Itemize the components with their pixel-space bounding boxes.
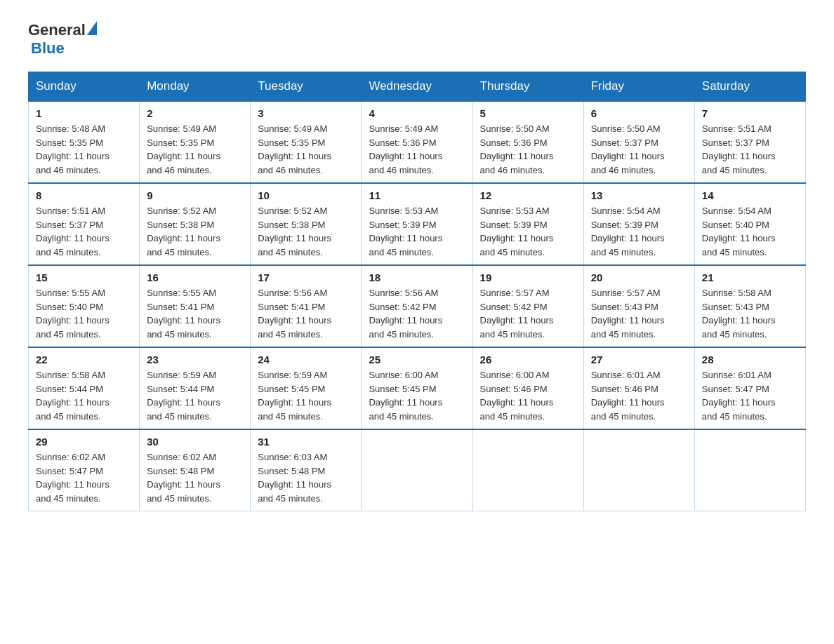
calendar-cell: [694, 429, 805, 511]
day-number: 1: [36, 107, 132, 119]
day-number: 20: [591, 271, 687, 283]
day-number: 15: [36, 271, 132, 283]
calendar-cell: 13 Sunrise: 5:54 AMSunset: 5:39 PMDaylig…: [583, 183, 694, 265]
day-number: 22: [36, 354, 132, 365]
day-info: Sunrise: 5:49 AMSunset: 5:35 PMDaylight:…: [147, 123, 220, 175]
day-info: Sunrise: 5:48 AMSunset: 5:35 PMDaylight:…: [36, 123, 110, 175]
day-info: Sunrise: 6:03 AMSunset: 5:48 PMDaylight:…: [258, 452, 331, 504]
day-info: Sunrise: 5:50 AMSunset: 5:37 PMDaylight:…: [591, 123, 665, 175]
day-number: 8: [36, 189, 132, 201]
calendar-cell: 17 Sunrise: 5:56 AMSunset: 5:41 PMDaylig…: [251, 265, 362, 347]
column-header-tuesday: Tuesday: [251, 72, 362, 102]
day-info: Sunrise: 5:56 AMSunset: 5:42 PMDaylight:…: [369, 288, 442, 340]
day-number: 10: [258, 189, 354, 201]
calendar-cell: 28 Sunrise: 6:01 AMSunset: 5:47 PMDaylig…: [694, 347, 805, 429]
calendar-week-row: 15 Sunrise: 5:55 AMSunset: 5:40 PMDaylig…: [29, 265, 806, 347]
calendar-cell: 23 Sunrise: 5:59 AMSunset: 5:44 PMDaylig…: [140, 347, 251, 429]
day-info: Sunrise: 5:54 AMSunset: 5:39 PMDaylight:…: [591, 206, 665, 257]
calendar-cell: 18 Sunrise: 5:56 AMSunset: 5:42 PMDaylig…: [362, 265, 472, 347]
calendar-cell: 5 Sunrise: 5:50 AMSunset: 5:36 PMDayligh…: [472, 101, 583, 183]
calendar-cell: 4 Sunrise: 5:49 AMSunset: 5:36 PMDayligh…: [362, 101, 472, 183]
day-number: 25: [369, 354, 465, 365]
calendar-week-row: 29 Sunrise: 6:02 AMSunset: 5:47 PMDaylig…: [29, 429, 806, 511]
calendar-cell: 24 Sunrise: 5:59 AMSunset: 5:45 PMDaylig…: [251, 347, 362, 429]
calendar-cell: 3 Sunrise: 5:49 AMSunset: 5:35 PMDayligh…: [251, 101, 362, 183]
day-number: 23: [147, 354, 243, 365]
day-info: Sunrise: 5:59 AMSunset: 5:45 PMDaylight:…: [258, 370, 331, 422]
day-number: 4: [369, 107, 465, 119]
day-info: Sunrise: 5:55 AMSunset: 5:41 PMDaylight:…: [147, 288, 220, 340]
calendar-cell: 15 Sunrise: 5:55 AMSunset: 5:40 PMDaylig…: [29, 265, 140, 347]
calendar-cell: [362, 429, 472, 511]
day-number: 28: [702, 354, 798, 365]
day-info: Sunrise: 5:51 AMSunset: 5:37 PMDaylight:…: [702, 123, 776, 175]
column-header-wednesday: Wednesday: [362, 72, 472, 102]
calendar-cell: 11 Sunrise: 5:53 AMSunset: 5:39 PMDaylig…: [362, 183, 472, 265]
day-number: 30: [147, 436, 243, 448]
day-number: 11: [369, 189, 465, 201]
day-number: 27: [591, 354, 687, 365]
day-info: Sunrise: 5:56 AMSunset: 5:41 PMDaylight:…: [258, 288, 331, 340]
day-info: Sunrise: 5:57 AMSunset: 5:43 PMDaylight:…: [591, 288, 665, 340]
calendar-cell: 2 Sunrise: 5:49 AMSunset: 5:35 PMDayligh…: [140, 101, 251, 183]
calendar-cell: 19 Sunrise: 5:57 AMSunset: 5:42 PMDaylig…: [472, 265, 583, 347]
calendar-week-row: 22 Sunrise: 5:58 AMSunset: 5:44 PMDaylig…: [29, 347, 806, 429]
day-info: Sunrise: 5:53 AMSunset: 5:39 PMDaylight:…: [480, 206, 554, 257]
calendar-table: SundayMondayTuesdayWednesdayThursdayFrid…: [28, 72, 806, 511]
calendar-cell: 30 Sunrise: 6:02 AMSunset: 5:48 PMDaylig…: [140, 429, 251, 511]
day-number: 14: [702, 189, 798, 201]
day-info: Sunrise: 6:00 AMSunset: 5:45 PMDaylight:…: [369, 370, 442, 422]
day-number: 2: [147, 107, 243, 119]
day-info: Sunrise: 5:55 AMSunset: 5:40 PMDaylight:…: [36, 288, 110, 340]
day-number: 29: [36, 436, 132, 448]
day-info: Sunrise: 5:54 AMSunset: 5:40 PMDaylight:…: [702, 206, 776, 257]
day-info: Sunrise: 5:49 AMSunset: 5:35 PMDaylight:…: [258, 123, 331, 175]
calendar-cell: 20 Sunrise: 5:57 AMSunset: 5:43 PMDaylig…: [583, 265, 694, 347]
day-number: 9: [147, 189, 243, 201]
day-info: Sunrise: 5:52 AMSunset: 5:38 PMDaylight:…: [258, 206, 331, 257]
calendar-cell: 14 Sunrise: 5:54 AMSunset: 5:40 PMDaylig…: [694, 183, 805, 265]
day-info: Sunrise: 6:01 AMSunset: 5:46 PMDaylight:…: [591, 370, 665, 422]
calendar-cell: [472, 429, 583, 511]
day-number: 13: [591, 189, 687, 201]
column-header-saturday: Saturday: [694, 72, 805, 102]
calendar-week-row: 1 Sunrise: 5:48 AMSunset: 5:35 PMDayligh…: [29, 101, 806, 183]
day-info: Sunrise: 5:53 AMSunset: 5:39 PMDaylight:…: [369, 206, 442, 257]
calendar-cell: 10 Sunrise: 5:52 AMSunset: 5:38 PMDaylig…: [251, 183, 362, 265]
calendar-cell: 21 Sunrise: 5:58 AMSunset: 5:43 PMDaylig…: [694, 265, 805, 347]
calendar-cell: 31 Sunrise: 6:03 AMSunset: 5:48 PMDaylig…: [251, 429, 362, 511]
day-number: 31: [258, 436, 354, 448]
day-number: 16: [147, 271, 243, 283]
calendar-cell: [583, 429, 694, 511]
day-info: Sunrise: 5:51 AMSunset: 5:37 PMDaylight:…: [36, 206, 110, 257]
calendar-cell: 8 Sunrise: 5:51 AMSunset: 5:37 PMDayligh…: [29, 183, 140, 265]
calendar-cell: 12 Sunrise: 5:53 AMSunset: 5:39 PMDaylig…: [472, 183, 583, 265]
day-number: 21: [702, 271, 798, 283]
column-header-thursday: Thursday: [472, 72, 583, 102]
day-number: 26: [480, 354, 576, 365]
calendar-cell: 27 Sunrise: 6:01 AMSunset: 5:46 PMDaylig…: [583, 347, 694, 429]
page-header: General Blue: [28, 21, 806, 58]
calendar-cell: 22 Sunrise: 5:58 AMSunset: 5:44 PMDaylig…: [29, 347, 140, 429]
day-number: 18: [369, 271, 465, 283]
day-info: Sunrise: 6:02 AMSunset: 5:47 PMDaylight:…: [36, 452, 110, 504]
day-number: 6: [591, 107, 687, 119]
day-number: 7: [702, 107, 798, 119]
day-number: 12: [480, 189, 576, 201]
logo-arrow-icon: [87, 21, 97, 35]
day-number: 19: [480, 271, 576, 283]
calendar-cell: 25 Sunrise: 6:00 AMSunset: 5:45 PMDaylig…: [362, 347, 472, 429]
day-info: Sunrise: 5:58 AMSunset: 5:44 PMDaylight:…: [36, 370, 110, 422]
day-info: Sunrise: 6:02 AMSunset: 5:48 PMDaylight:…: [147, 452, 220, 504]
calendar-cell: 6 Sunrise: 5:50 AMSunset: 5:37 PMDayligh…: [583, 101, 694, 183]
day-info: Sunrise: 5:57 AMSunset: 5:42 PMDaylight:…: [480, 288, 554, 340]
calendar-header-row: SundayMondayTuesdayWednesdayThursdayFrid…: [29, 72, 806, 102]
day-info: Sunrise: 5:49 AMSunset: 5:36 PMDaylight:…: [369, 123, 442, 175]
logo: General Blue: [28, 21, 97, 58]
column-header-friday: Friday: [583, 72, 694, 102]
logo-general-text: General: [28, 21, 86, 39]
calendar-cell: 16 Sunrise: 5:55 AMSunset: 5:41 PMDaylig…: [140, 265, 251, 347]
day-info: Sunrise: 5:59 AMSunset: 5:44 PMDaylight:…: [147, 370, 220, 422]
column-header-monday: Monday: [140, 72, 251, 102]
calendar-week-row: 8 Sunrise: 5:51 AMSunset: 5:37 PMDayligh…: [29, 183, 806, 265]
